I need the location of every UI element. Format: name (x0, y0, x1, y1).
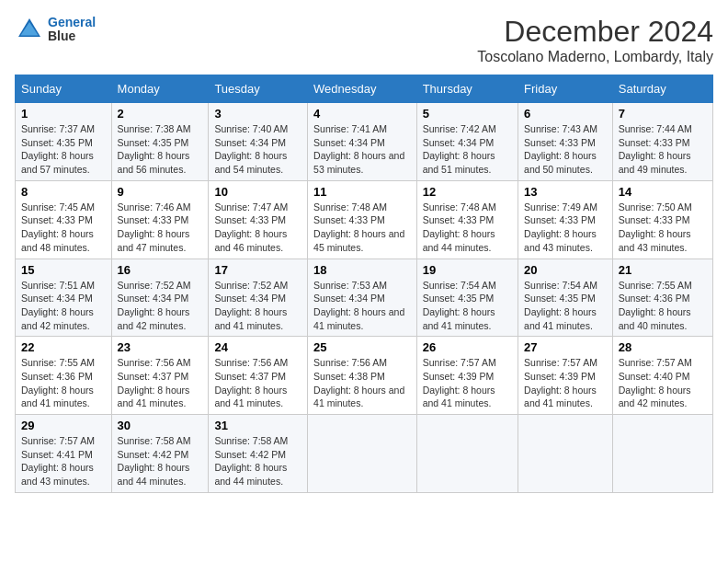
calendar-week-row: 29Sunrise: 7:57 AMSunset: 4:41 PMDayligh… (16, 415, 713, 493)
weekday-header-cell: Sunday (16, 75, 112, 103)
logo-text: General Blue (48, 16, 96, 44)
day-info: Sunrise: 7:57 AMSunset: 4:39 PMDaylight:… (524, 356, 607, 410)
calendar-subtitle: Toscolano Maderno, Lombardy, Italy (477, 49, 713, 65)
day-info: Sunrise: 7:48 AMSunset: 4:33 PMDaylight:… (423, 201, 512, 255)
day-info: Sunrise: 7:57 AMSunset: 4:40 PMDaylight:… (619, 356, 707, 410)
calendar-cell: 11Sunrise: 7:48 AMSunset: 4:33 PMDayligh… (308, 180, 417, 259)
calendar-cell: 30Sunrise: 7:58 AMSunset: 4:42 PMDayligh… (111, 415, 209, 493)
calendar-cell: 6Sunrise: 7:43 AMSunset: 4:33 PMDaylight… (518, 103, 613, 181)
calendar-table: SundayMondayTuesdayWednesdayThursdayFrid… (15, 75, 713, 493)
calendar-cell: 1Sunrise: 7:37 AMSunset: 4:35 PMDaylight… (16, 103, 112, 181)
day-info: Sunrise: 7:58 AMSunset: 4:42 PMDaylight:… (214, 434, 301, 488)
day-info: Sunrise: 7:44 AMSunset: 4:33 PMDaylight:… (619, 122, 707, 177)
day-number: 19 (423, 263, 512, 277)
day-info: Sunrise: 7:41 AMSunset: 4:34 PMDaylight:… (313, 122, 411, 177)
page-header: General Blue December 2024 Toscolano Mad… (15, 15, 713, 65)
calendar-cell: 28Sunrise: 7:57 AMSunset: 4:40 PMDayligh… (612, 337, 712, 415)
day-number: 22 (21, 340, 106, 354)
day-info: Sunrise: 7:51 AMSunset: 4:34 PMDaylight:… (21, 279, 106, 333)
day-number: 3 (214, 107, 301, 121)
calendar-cell: 4Sunrise: 7:41 AMSunset: 4:34 PMDaylight… (308, 103, 417, 181)
calendar-cell: 26Sunrise: 7:57 AMSunset: 4:39 PMDayligh… (416, 337, 518, 415)
day-number: 27 (524, 340, 607, 354)
day-number: 21 (619, 263, 707, 277)
day-info: Sunrise: 7:53 AMSunset: 4:34 PMDaylight:… (313, 279, 411, 333)
day-info: Sunrise: 7:55 AMSunset: 4:36 PMDaylight:… (21, 356, 106, 410)
calendar-cell: 25Sunrise: 7:56 AMSunset: 4:38 PMDayligh… (308, 337, 417, 415)
weekday-header-cell: Saturday (612, 75, 712, 103)
logo-icon (15, 15, 44, 44)
calendar-cell: 15Sunrise: 7:51 AMSunset: 4:34 PMDayligh… (16, 259, 112, 337)
logo: General Blue (15, 15, 96, 44)
day-info: Sunrise: 7:47 AMSunset: 4:33 PMDaylight:… (214, 201, 301, 255)
calendar-cell: 13Sunrise: 7:49 AMSunset: 4:33 PMDayligh… (518, 180, 613, 259)
title-section: December 2024 Toscolano Maderno, Lombard… (477, 15, 713, 65)
calendar-cell (612, 415, 712, 493)
day-info: Sunrise: 7:55 AMSunset: 4:36 PMDaylight:… (619, 279, 707, 333)
day-number: 1 (21, 107, 106, 121)
calendar-week-row: 22Sunrise: 7:55 AMSunset: 4:36 PMDayligh… (16, 337, 713, 415)
calendar-cell: 2Sunrise: 7:38 AMSunset: 4:35 PMDaylight… (111, 103, 209, 181)
day-info: Sunrise: 7:49 AMSunset: 4:33 PMDaylight:… (524, 201, 607, 255)
calendar-week-row: 8Sunrise: 7:45 AMSunset: 4:33 PMDaylight… (16, 180, 713, 259)
calendar-cell: 22Sunrise: 7:55 AMSunset: 4:36 PMDayligh… (16, 337, 112, 415)
day-number: 11 (313, 185, 411, 199)
calendar-cell: 5Sunrise: 7:42 AMSunset: 4:34 PMDaylight… (416, 103, 518, 181)
day-info: Sunrise: 7:57 AMSunset: 4:41 PMDaylight:… (21, 434, 106, 488)
calendar-cell: 18Sunrise: 7:53 AMSunset: 4:34 PMDayligh… (308, 259, 417, 337)
weekday-header-row: SundayMondayTuesdayWednesdayThursdayFrid… (16, 75, 713, 103)
calendar-cell: 9Sunrise: 7:46 AMSunset: 4:33 PMDaylight… (111, 180, 209, 259)
day-info: Sunrise: 7:54 AMSunset: 4:35 PMDaylight:… (524, 279, 607, 333)
day-number: 15 (21, 263, 106, 277)
calendar-cell: 24Sunrise: 7:56 AMSunset: 4:37 PMDayligh… (209, 337, 308, 415)
calendar-cell (518, 415, 613, 493)
calendar-week-row: 1Sunrise: 7:37 AMSunset: 4:35 PMDaylight… (16, 103, 713, 181)
weekday-header-cell: Friday (518, 75, 613, 103)
day-number: 9 (118, 185, 203, 199)
calendar-cell: 20Sunrise: 7:54 AMSunset: 4:35 PMDayligh… (518, 259, 613, 337)
day-number: 30 (118, 419, 203, 432)
day-info: Sunrise: 7:57 AMSunset: 4:39 PMDaylight:… (423, 356, 512, 410)
calendar-cell: 16Sunrise: 7:52 AMSunset: 4:34 PMDayligh… (111, 259, 209, 337)
calendar-cell: 21Sunrise: 7:55 AMSunset: 4:36 PMDayligh… (612, 259, 712, 337)
day-info: Sunrise: 7:56 AMSunset: 4:37 PMDaylight:… (118, 356, 203, 410)
day-number: 4 (313, 107, 411, 121)
day-info: Sunrise: 7:48 AMSunset: 4:33 PMDaylight:… (313, 201, 411, 255)
day-number: 28 (619, 340, 707, 354)
day-info: Sunrise: 7:46 AMSunset: 4:33 PMDaylight:… (118, 201, 203, 255)
day-number: 14 (619, 185, 707, 199)
day-info: Sunrise: 7:38 AMSunset: 4:35 PMDaylight:… (118, 122, 203, 177)
weekday-header-cell: Tuesday (209, 75, 308, 103)
day-number: 24 (214, 340, 301, 354)
day-number: 26 (423, 340, 512, 354)
calendar-cell: 3Sunrise: 7:40 AMSunset: 4:34 PMDaylight… (209, 103, 308, 181)
day-info: Sunrise: 7:40 AMSunset: 4:34 PMDaylight:… (214, 122, 301, 177)
weekday-header-cell: Wednesday (308, 75, 417, 103)
calendar-cell: 27Sunrise: 7:57 AMSunset: 4:39 PMDayligh… (518, 337, 613, 415)
calendar-cell: 12Sunrise: 7:48 AMSunset: 4:33 PMDayligh… (416, 180, 518, 259)
calendar-cell: 19Sunrise: 7:54 AMSunset: 4:35 PMDayligh… (416, 259, 518, 337)
day-info: Sunrise: 7:56 AMSunset: 4:38 PMDaylight:… (313, 356, 411, 410)
day-number: 12 (423, 185, 512, 199)
day-info: Sunrise: 7:50 AMSunset: 4:33 PMDaylight:… (619, 201, 707, 255)
day-info: Sunrise: 7:37 AMSunset: 4:35 PMDaylight:… (21, 122, 106, 177)
day-info: Sunrise: 7:52 AMSunset: 4:34 PMDaylight:… (118, 279, 203, 333)
day-number: 25 (313, 340, 411, 354)
calendar-cell: 8Sunrise: 7:45 AMSunset: 4:33 PMDaylight… (16, 180, 112, 259)
calendar-cell: 14Sunrise: 7:50 AMSunset: 4:33 PMDayligh… (612, 180, 712, 259)
day-number: 18 (313, 263, 411, 277)
day-number: 29 (21, 419, 106, 432)
calendar-cell: 23Sunrise: 7:56 AMSunset: 4:37 PMDayligh… (111, 337, 209, 415)
day-info: Sunrise: 7:45 AMSunset: 4:33 PMDaylight:… (21, 201, 106, 255)
weekday-header-cell: Monday (111, 75, 209, 103)
calendar-cell: 10Sunrise: 7:47 AMSunset: 4:33 PMDayligh… (209, 180, 308, 259)
day-info: Sunrise: 7:58 AMSunset: 4:42 PMDaylight:… (118, 434, 203, 488)
calendar-week-row: 15Sunrise: 7:51 AMSunset: 4:34 PMDayligh… (16, 259, 713, 337)
day-number: 5 (423, 107, 512, 121)
day-info: Sunrise: 7:42 AMSunset: 4:34 PMDaylight:… (423, 122, 512, 177)
calendar-cell: 31Sunrise: 7:58 AMSunset: 4:42 PMDayligh… (209, 415, 308, 493)
calendar-cell: 17Sunrise: 7:52 AMSunset: 4:34 PMDayligh… (209, 259, 308, 337)
calendar-cell: 29Sunrise: 7:57 AMSunset: 4:41 PMDayligh… (16, 415, 112, 493)
day-info: Sunrise: 7:54 AMSunset: 4:35 PMDaylight:… (423, 279, 512, 333)
day-number: 17 (214, 263, 301, 277)
